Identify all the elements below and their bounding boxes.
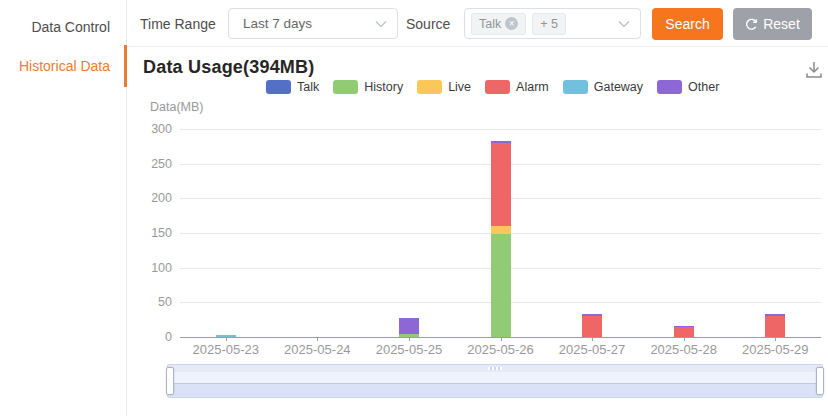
legend-swatch bbox=[563, 80, 588, 94]
legend-item-live[interactable]: Live bbox=[417, 80, 471, 94]
time-range-select[interactable]: Last 7 days bbox=[228, 8, 398, 39]
page-root: Data Control Historical Data Time Range … bbox=[0, 0, 828, 416]
chevron-down-icon bbox=[375, 20, 387, 28]
sidebar-item-historical-data[interactable]: Historical Data bbox=[0, 52, 127, 80]
x-tick-label: 2025-05-29 bbox=[729, 342, 821, 357]
gridline bbox=[180, 129, 821, 130]
search-button[interactable]: Search bbox=[652, 8, 723, 40]
bar-2025-05-25-other[interactable] bbox=[399, 318, 419, 334]
legend-item-gateway[interactable]: Gateway bbox=[563, 80, 643, 94]
y-tick-label: 300 bbox=[116, 121, 172, 137]
chart-legend: TalkHistoryLiveAlarmGatewayOther bbox=[266, 80, 719, 94]
y-tick-label: 250 bbox=[116, 156, 172, 172]
source-select[interactable]: Talk × + 5 bbox=[464, 8, 641, 39]
y-axis-labels: 050100150200250300 bbox=[116, 129, 172, 337]
bar-2025-05-27-alarm[interactable] bbox=[582, 316, 602, 337]
bar-2025-05-29-alarm[interactable] bbox=[765, 316, 785, 337]
datazoom-fill bbox=[168, 383, 822, 397]
time-range-label: Time Range bbox=[140, 16, 216, 32]
source-tag-talk-label: Talk bbox=[479, 17, 501, 31]
legend-item-alarm[interactable]: Alarm bbox=[485, 80, 549, 94]
x-tick-label: 2025-05-25 bbox=[363, 342, 455, 357]
legend-swatch bbox=[485, 80, 510, 94]
chart-title: Data Usage(394MB) bbox=[143, 57, 314, 78]
chevron-down-icon bbox=[618, 20, 630, 28]
datazoom-handle-right[interactable] bbox=[816, 367, 824, 395]
plot-area bbox=[180, 129, 821, 337]
y-tick-label: 0 bbox=[116, 329, 172, 345]
legend-label: Gateway bbox=[594, 80, 643, 94]
y-tick-label: 200 bbox=[116, 190, 172, 206]
y-tick-label: 100 bbox=[116, 260, 172, 276]
reset-button[interactable]: Reset bbox=[733, 8, 812, 40]
source-label: Source bbox=[406, 16, 450, 32]
source-tag-talk[interactable]: Talk × bbox=[471, 13, 526, 35]
sidebar: Data Control Historical Data bbox=[0, 0, 127, 416]
reset-button-label: Reset bbox=[763, 16, 800, 32]
bar-2025-05-26-history[interactable] bbox=[491, 234, 511, 337]
sidebar-active-indicator bbox=[124, 45, 127, 87]
source-tag-more[interactable]: + 5 bbox=[532, 13, 566, 35]
datazoom-slider[interactable] bbox=[167, 364, 823, 398]
source-tag-more-label: + 5 bbox=[540, 17, 558, 31]
topbar-divider bbox=[127, 46, 828, 47]
x-tick-label: 2025-05-24 bbox=[272, 342, 364, 357]
legend-label: Alarm bbox=[516, 80, 549, 94]
download-icon[interactable] bbox=[803, 59, 825, 81]
bar-2025-05-27-other[interactable] bbox=[582, 314, 602, 316]
x-axis-labels: 2025-05-232025-05-242025-05-252025-05-26… bbox=[180, 342, 821, 358]
x-tick-label: 2025-05-28 bbox=[638, 342, 730, 357]
x-axis-line bbox=[180, 337, 821, 338]
bar-2025-05-26-alarm[interactable] bbox=[491, 143, 511, 226]
legend-label: Live bbox=[448, 80, 471, 94]
sidebar-item-data-control[interactable]: Data Control bbox=[0, 13, 127, 41]
y-tick-label: 150 bbox=[116, 225, 172, 241]
legend-item-other[interactable]: Other bbox=[657, 80, 719, 94]
x-tick-label: 2025-05-27 bbox=[546, 342, 638, 357]
legend-swatch bbox=[266, 80, 291, 94]
tag-close-icon[interactable]: × bbox=[505, 17, 518, 30]
legend-item-talk[interactable]: Talk bbox=[266, 80, 319, 94]
bar-2025-05-28-other[interactable] bbox=[674, 326, 694, 328]
y-tick-label: 50 bbox=[116, 294, 172, 310]
bar-2025-05-26-other[interactable] bbox=[491, 141, 511, 143]
bar-2025-05-29-other[interactable] bbox=[765, 314, 785, 316]
datazoom-grip-icon bbox=[488, 367, 502, 370]
legend-item-history[interactable]: History bbox=[333, 80, 403, 94]
time-range-value: Last 7 days bbox=[229, 16, 375, 31]
x-tick-label: 2025-05-23 bbox=[180, 342, 272, 357]
legend-label: Other bbox=[688, 80, 719, 94]
legend-swatch bbox=[657, 80, 682, 94]
legend-label: History bbox=[364, 80, 403, 94]
refresh-icon bbox=[745, 18, 758, 31]
y-axis-title: Data(MB) bbox=[150, 100, 203, 114]
bar-2025-05-26-live[interactable] bbox=[491, 226, 511, 234]
x-tick-label: 2025-05-26 bbox=[455, 342, 547, 357]
datazoom-handle-left[interactable] bbox=[166, 367, 174, 395]
legend-label: Talk bbox=[297, 80, 319, 94]
bar-2025-05-28-alarm[interactable] bbox=[674, 327, 694, 337]
datazoom-move-bar[interactable] bbox=[168, 365, 822, 372]
legend-swatch bbox=[333, 80, 358, 94]
legend-swatch bbox=[417, 80, 442, 94]
